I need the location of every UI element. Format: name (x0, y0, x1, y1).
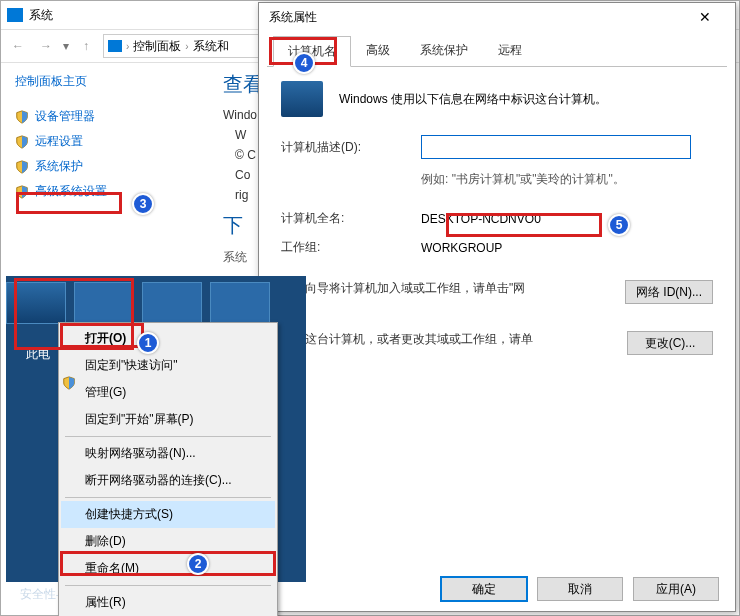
ctx-create-shortcut[interactable]: 创建快捷方式(S) (61, 501, 275, 528)
monitor-icon (281, 81, 323, 117)
sidebar-device-manager[interactable]: 设备管理器 (15, 104, 197, 129)
hero-text: Windows 使用以下信息在网络中标识这台计算机。 (339, 91, 607, 108)
apply-button[interactable]: 应用(A) (633, 577, 719, 601)
chevron-icon: › (126, 41, 129, 52)
shield-icon (15, 110, 29, 124)
workgroup-label: 工作组: (281, 239, 421, 256)
ctx-delete[interactable]: 删除(D) (61, 528, 275, 555)
chevron-icon: › (185, 41, 188, 52)
forward-button[interactable]: → (35, 35, 57, 57)
tab-advanced[interactable]: 高级 (351, 35, 405, 66)
crumb-control-panel[interactable]: 控制面板 (133, 38, 181, 55)
thumb-window[interactable] (142, 282, 202, 324)
separator (65, 585, 271, 586)
fullname-value: DESKTOP-NCDNVO0 (421, 212, 713, 226)
thumb-window[interactable] (210, 282, 270, 324)
this-pc-label: 此电 (26, 346, 50, 363)
hero-row: Windows 使用以下信息在网络中标识这台计算机。 (281, 81, 713, 117)
change-button[interactable]: 更改(C)... (627, 331, 713, 355)
row-workgroup: 工作组: WORKGROUP (281, 239, 713, 256)
window-title: 系统 (29, 7, 53, 24)
shield-icon (15, 160, 29, 174)
ctx-disconnect-drive[interactable]: 断开网络驱动器的连接(C)... (61, 467, 275, 494)
separator (65, 436, 271, 437)
network-id-button[interactable]: 网络 ID(N)... (625, 280, 713, 304)
ctx-open[interactable]: 打开(O) (61, 325, 275, 352)
ctx-properties[interactable]: 属性(R) (61, 589, 275, 616)
workgroup-value: WORKGROUP (421, 241, 713, 255)
up-button[interactable]: ↑ (75, 35, 97, 57)
callout-4: 4 (293, 52, 315, 74)
shield-icon (62, 376, 76, 390)
ctx-manage[interactable]: 管理(G) (61, 379, 275, 406)
row-description: 计算机描述(D): (281, 135, 713, 159)
shield-icon (15, 185, 29, 199)
tab-remote[interactable]: 远程 (483, 35, 537, 66)
desc-label: 计算机描述(D): (281, 139, 421, 156)
callout-3: 3 (132, 193, 154, 215)
rename-text: 命名这台计算机，或者更改其域或工作组，请单击" (281, 331, 541, 365)
fullname-label: 计算机全名: (281, 210, 421, 227)
cancel-button[interactable]: 取消 (537, 577, 623, 601)
shield-icon (15, 135, 29, 149)
callout-1: 1 (137, 332, 159, 354)
tabs: 计算机名 高级 系统保护 远程 (267, 35, 727, 67)
thumb-this-pc[interactable] (6, 282, 66, 324)
desc-hint: 例如: "书房计算机"或"美玲的计算机"。 (421, 171, 713, 188)
sidebar-remote-settings[interactable]: 远程设置 (15, 129, 197, 154)
label: 远程设置 (35, 133, 83, 150)
callout-2: 2 (187, 553, 209, 575)
sidebar-advanced-settings[interactable]: 高级系统设置 (15, 179, 197, 204)
ctx-map-drive[interactable]: 映射网络驱动器(N)... (61, 440, 275, 467)
wizard-text: 使用向导将计算机加入域或工作组，请单击"网 (281, 280, 525, 297)
thumb-row (6, 282, 270, 324)
computer-description-input[interactable] (421, 135, 691, 159)
pc-icon (108, 40, 122, 52)
row-rename: 命名这台计算机，或者更改其域或工作组，请单击" 更改(C)... (281, 331, 713, 365)
dialog-buttons: 确定 取消 应用(A) (441, 577, 719, 601)
ok-button[interactable]: 确定 (441, 577, 527, 601)
separator (65, 497, 271, 498)
cp-home-link[interactable]: 控制面板主页 (15, 73, 197, 90)
row-fullname: 计算机全名: DESKTOP-NCDNVO0 (281, 210, 713, 227)
close-button[interactable]: ✕ (685, 6, 725, 28)
ctx-pin-start[interactable]: 固定到"开始"屏幕(P) (61, 406, 275, 433)
dialog-title: 系统属性 (269, 9, 317, 26)
row-wizard: 使用向导将计算机加入域或工作组，请单击"网 网络 ID(N)... (281, 280, 713, 297)
callout-5: 5 (608, 214, 630, 236)
thumb-window[interactable] (74, 282, 134, 324)
nav-sep: ▾ (63, 39, 69, 53)
system-properties-dialog: 系统属性 ✕ 计算机名 高级 系统保护 远程 Windows 使用以下信息在网络… (258, 2, 736, 612)
label: 高级系统设置 (35, 183, 107, 200)
dialog-titlebar: 系统属性 ✕ (259, 3, 735, 31)
system-icon (7, 8, 23, 22)
context-menu: 打开(O) 固定到"快速访问" 管理(G) 固定到"开始"屏幕(P) 映射网络驱… (58, 322, 278, 616)
dialog-body: Windows 使用以下信息在网络中标识这台计算机。 计算机描述(D): 例如:… (259, 67, 735, 391)
crumb-system[interactable]: 系统和 (193, 38, 229, 55)
label: 设备管理器 (35, 108, 95, 125)
tab-system-protection[interactable]: 系统保护 (405, 35, 483, 66)
label: 系统保护 (35, 158, 83, 175)
sidebar-system-protection[interactable]: 系统保护 (15, 154, 197, 179)
back-button[interactable]: ← (7, 35, 29, 57)
ctx-pin-quick[interactable]: 固定到"快速访问" (61, 352, 275, 379)
ctx-rename[interactable]: 重命名(M) (61, 555, 275, 582)
